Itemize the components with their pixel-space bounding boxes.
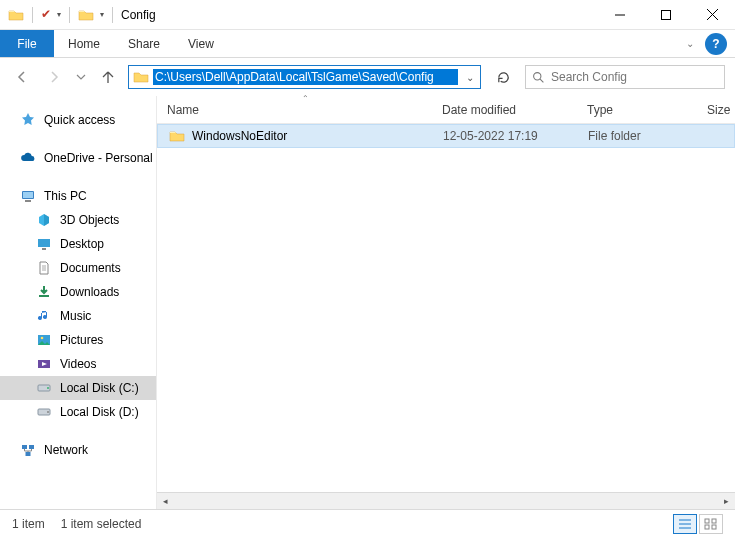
star-icon [20, 112, 36, 128]
folder-icon [129, 69, 153, 85]
back-button[interactable] [10, 65, 34, 89]
svg-rect-8 [25, 200, 31, 202]
title-bar: ✔ ▾ ▾ Config [0, 0, 735, 30]
column-type[interactable]: Type [587, 103, 707, 117]
column-size[interactable]: Size [707, 103, 735, 117]
icons-view-button[interactable] [699, 514, 723, 534]
nav-this-pc[interactable]: This PC [0, 184, 156, 208]
status-item-count: 1 item [12, 517, 45, 531]
file-modified: 12-05-2022 17:19 [443, 129, 588, 143]
ribbon: File Home Share View ⌄ ? [0, 30, 735, 58]
file-row[interactable]: WindowsNoEditor 12-05-2022 17:19 File fo… [157, 124, 735, 148]
nav-documents[interactable]: Documents [0, 256, 156, 280]
folder-icon [168, 128, 186, 144]
file-tab[interactable]: File [0, 30, 54, 57]
music-icon [36, 308, 52, 324]
folder-icon [8, 7, 24, 23]
svg-point-21 [47, 411, 49, 413]
svg-rect-14 [39, 295, 49, 297]
up-button[interactable] [96, 65, 120, 89]
svg-rect-1 [662, 10, 671, 19]
quick-access-toolbar: ✔ ▾ ▾ [0, 7, 115, 23]
svg-rect-9 [38, 239, 50, 247]
content-area: Name ⌃ Date modified Type Size WindowsNo… [157, 96, 735, 509]
svg-point-4 [534, 72, 541, 79]
column-date-modified[interactable]: Date modified [442, 103, 587, 117]
disk-icon [36, 404, 52, 420]
navigation-pane: Quick access OneDrive - Personal This PC… [0, 96, 157, 509]
address-path[interactable]: C:\Users\Dell\AppData\Local\TslGame\Save… [153, 69, 458, 85]
folder-icon [78, 7, 94, 23]
disk-icon [36, 380, 52, 396]
nav-music[interactable]: Music [0, 304, 156, 328]
status-bar: 1 item 1 item selected [0, 509, 735, 537]
tab-share[interactable]: Share [114, 30, 174, 57]
nav-3d-objects[interactable]: 3D Objects [0, 208, 156, 232]
download-icon [36, 284, 52, 300]
address-bar[interactable]: C:\Users\Dell\AppData\Local\TslGame\Save… [128, 65, 481, 89]
network-icon [20, 442, 36, 458]
separator [112, 7, 113, 23]
svg-rect-28 [705, 519, 709, 523]
nav-local-disk-c[interactable]: Local Disk (C:) [0, 376, 156, 400]
svg-line-5 [540, 79, 543, 82]
forward-button[interactable] [42, 65, 66, 89]
nav-quick-access[interactable]: Quick access [0, 108, 156, 132]
address-dropdown-icon[interactable]: ⌄ [458, 72, 480, 83]
nav-desktop[interactable]: Desktop [0, 232, 156, 256]
navigation-bar: C:\Users\Dell\AppData\Local\TslGame\Save… [0, 58, 735, 96]
separator [69, 7, 70, 23]
file-type: File folder [588, 129, 708, 143]
videos-icon [36, 356, 52, 372]
maximize-button[interactable] [643, 0, 689, 30]
window-title: Config [121, 8, 156, 22]
svg-rect-30 [705, 525, 709, 529]
nav-pictures[interactable]: Pictures [0, 328, 156, 352]
nav-onedrive[interactable]: OneDrive - Personal [0, 146, 156, 170]
search-icon [532, 71, 545, 84]
nav-network[interactable]: Network [0, 438, 156, 462]
search-placeholder: Search Config [551, 70, 627, 84]
horizontal-scrollbar[interactable]: ◂ ▸ [157, 492, 735, 509]
svg-rect-24 [26, 452, 31, 456]
svg-rect-23 [29, 445, 34, 449]
main-area: Quick access OneDrive - Personal This PC… [0, 96, 735, 509]
svg-rect-31 [712, 525, 716, 529]
pictures-icon [36, 332, 52, 348]
details-view-button[interactable] [673, 514, 697, 534]
nav-local-disk-d[interactable]: Local Disk (D:) [0, 400, 156, 424]
expand-ribbon-icon[interactable]: ⌄ [679, 30, 701, 57]
scroll-left-icon[interactable]: ◂ [157, 493, 174, 510]
pc-icon [20, 188, 36, 204]
document-icon [36, 260, 52, 276]
tab-view[interactable]: View [174, 30, 228, 57]
qat-dropdown-icon[interactable]: ▾ [100, 10, 104, 19]
tab-home[interactable]: Home [54, 30, 114, 57]
refresh-button[interactable] [489, 65, 517, 89]
svg-point-16 [41, 337, 44, 340]
column-name[interactable]: Name ⌃ [167, 103, 442, 117]
cube-icon [36, 212, 52, 228]
nav-downloads[interactable]: Downloads [0, 280, 156, 304]
file-name: WindowsNoEditor [192, 129, 443, 143]
desktop-icon [36, 236, 52, 252]
nav-videos[interactable]: Videos [0, 352, 156, 376]
column-headers: Name ⌃ Date modified Type Size [157, 96, 735, 124]
cloud-icon [20, 150, 36, 166]
qat-dropdown-icon[interactable]: ▾ [57, 10, 61, 19]
help-icon[interactable]: ? [705, 33, 727, 55]
search-box[interactable]: Search Config [525, 65, 725, 89]
svg-rect-10 [42, 248, 46, 250]
separator [32, 7, 33, 23]
svg-rect-7 [23, 192, 33, 198]
checkmark-icon[interactable]: ✔ [41, 7, 51, 21]
minimize-button[interactable] [597, 0, 643, 30]
svg-rect-29 [712, 519, 716, 523]
close-button[interactable] [689, 0, 735, 30]
scroll-right-icon[interactable]: ▸ [718, 493, 735, 510]
recent-dropdown-icon[interactable] [74, 65, 88, 89]
svg-rect-22 [22, 445, 27, 449]
svg-point-19 [47, 387, 49, 389]
sort-ascending-icon: ⌃ [302, 94, 309, 103]
status-selected-count: 1 item selected [61, 517, 142, 531]
